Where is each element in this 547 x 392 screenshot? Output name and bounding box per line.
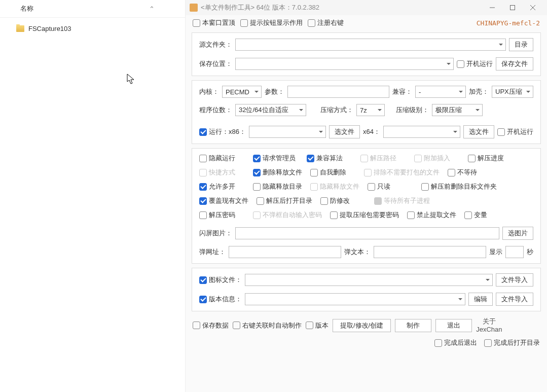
open-after-extract-checkbox[interactable]: 解压后打开目录 <box>257 196 312 205</box>
seconds-label: 秒 <box>527 247 533 257</box>
bottom-bar: 保存数据 右键关联时自动制作 版本 提取/修改/创建 制作 退出 关于 JexC… <box>186 313 547 337</box>
badge-text: CHINAPYG-mefcl-2 <box>477 19 540 27</box>
top-options: 本窗口置顶 提示按钮显示作用 注册右键 CHINAPYG-mefcl-2 <box>186 15 547 30</box>
button-hint-checkbox[interactable]: 提示按钮显示作用 <box>240 18 303 27</box>
config-panel: 内核： PECMD 参数： 兼容： - 加壳： UPX压缩 程序位数： 32位/… <box>192 80 541 144</box>
text-label: 弹文本： <box>344 247 371 257</box>
bits-combo[interactable]: 32位/64位自适应 <box>235 104 306 116</box>
no-wait-checkbox[interactable]: 不等待 <box>448 168 493 177</box>
source-folder-label: 源文件夹： <box>199 40 232 49</box>
window-top-checkbox[interactable]: 本窗口置顶 <box>193 18 235 27</box>
directory-button[interactable]: 目录 <box>509 38 533 51</box>
extract-progress-checkbox[interactable]: 解压进度 <box>468 154 514 163</box>
icon-import-button[interactable]: 文件导入 <box>496 273 533 287</box>
no-auto-pwd-checkbox: 不弹框自动输入密码 <box>253 210 322 220</box>
kernel-combo[interactable]: PECMD <box>222 86 262 98</box>
titlebar: <单文件制作工具> 64位 版本：7.0.2.382 <box>186 0 547 15</box>
icon-file-combo[interactable] <box>245 274 493 286</box>
splash-input[interactable] <box>235 227 499 239</box>
req-admin-checkbox[interactable]: 请求管理员 <box>253 154 299 163</box>
compat-label: 兼容： <box>392 87 412 96</box>
exit-button[interactable]: 退出 <box>435 319 472 332</box>
resources-panel: 图标文件： 文件导入 版本信息： 编辑 文件导入 <box>192 268 541 311</box>
x86-combo[interactable] <box>249 126 326 138</box>
app-window: <单文件制作工具> 64位 版本：7.0.2.382 本窗口置顶 提示按钮显示作… <box>186 0 547 392</box>
hide-rel-file-checkbox: 隐藏释放文件 <box>310 182 359 191</box>
file-list: FSCapture103 <box>0 18 185 34</box>
show-label: 显示 <box>489 247 502 257</box>
file-explorer-panel: 名称 ⌃ FSCapture103 <box>0 0 186 392</box>
params-input[interactable] <box>287 86 389 98</box>
extract-button[interactable]: 提取/修改/创建 <box>333 319 391 332</box>
extract-path-checkbox: 解压路径 <box>360 154 406 163</box>
select-image-button[interactable]: 选图片 <box>502 227 533 240</box>
version-info-checkbox[interactable]: 版本信息： <box>199 295 242 304</box>
exclude-pack-checkbox: 排除不需要打包的文件 <box>364 168 440 177</box>
column-header-row: 名称 ⌃ <box>0 0 185 18</box>
pack-combo[interactable]: UPX压缩 <box>492 86 533 98</box>
del-before-checkbox[interactable]: 解压前删除目标文件夹 <box>421 182 497 191</box>
version-checkbox[interactable]: 版本 <box>306 321 329 330</box>
column-name[interactable]: 名称 <box>20 4 149 13</box>
x64-combo[interactable] <box>383 126 460 138</box>
window-title: <单文件制作工具> 64位 版本：7.0.2.382 <box>201 3 482 12</box>
version-info-combo[interactable] <box>245 293 465 305</box>
params-label: 参数： <box>265 87 284 96</box>
compat-combo[interactable]: - <box>415 86 466 98</box>
overwrite-checkbox[interactable]: 覆盖现有文件 <box>199 196 248 205</box>
save-location-combo[interactable] <box>235 58 454 70</box>
close-button[interactable] <box>523 2 543 13</box>
need-pwd-checkbox[interactable]: 提取压缩包需要密码 <box>330 210 399 220</box>
sort-indicator-icon: ⌃ <box>149 5 155 13</box>
app-icon <box>190 4 198 12</box>
seconds-input[interactable] <box>505 246 524 258</box>
source-folder-combo[interactable] <box>235 39 506 51</box>
splash-label: 闪屏图片： <box>199 229 232 238</box>
right-click-auto-checkbox[interactable]: 右键关联时自动制作 <box>233 321 302 330</box>
autorun-checkbox[interactable]: 开机运行 <box>457 59 493 68</box>
exit-after-checkbox[interactable]: 完成后退出 <box>434 338 477 347</box>
register-ext-checkbox[interactable]: 注册右键 <box>308 18 344 27</box>
folder-name: FSCapture103 <box>28 25 71 32</box>
wait-children-checkbox: 等待所有子进程 <box>374 196 430 205</box>
zip-level-label: 压缩级别： <box>396 105 429 115</box>
anti-modify-checkbox[interactable]: 防修改 <box>320 196 366 205</box>
variable-checkbox[interactable]: 变量 <box>464 210 510 220</box>
allow-multi-checkbox[interactable]: 允许多开 <box>199 182 245 191</box>
minimize-button[interactable] <box>482 2 502 13</box>
select-file-x64-button[interactable]: 选文件 <box>463 125 494 138</box>
save-location-label: 保存位置： <box>199 59 232 68</box>
make-button[interactable]: 制作 <box>395 319 431 332</box>
save-file-button[interactable]: 保存文件 <box>496 57 533 70</box>
del-release-checkbox[interactable]: 删除释放文件 <box>253 168 302 177</box>
self-delete-checkbox[interactable]: 自我删除 <box>310 168 356 177</box>
zip-level-combo[interactable]: 极限压缩 <box>432 104 483 116</box>
edit-button[interactable]: 编辑 <box>468 293 493 306</box>
select-file-x86-button[interactable]: 选文件 <box>329 125 360 138</box>
url-input[interactable] <box>229 246 341 258</box>
hide-rel-dir-checkbox[interactable]: 隐藏释放目录 <box>253 182 302 191</box>
save-data-checkbox[interactable]: 保存数据 <box>193 321 229 330</box>
zip-combo[interactable]: 7z <box>356 104 385 116</box>
compat-algo-checkbox[interactable]: 兼容算法 <box>307 154 352 163</box>
forbid-extract-checkbox[interactable]: 禁止提取文件 <box>407 210 456 220</box>
hide-run-checkbox[interactable]: 隐藏运行 <box>199 154 245 163</box>
version-import-button[interactable]: 文件导入 <box>496 293 533 306</box>
readonly-checkbox[interactable]: 只读 <box>368 182 413 191</box>
about-link[interactable]: 关于 JexChan <box>476 317 502 333</box>
bits-label: 程序位数： <box>199 105 232 115</box>
icon-file-checkbox[interactable]: 图标文件： <box>199 275 242 284</box>
kernel-label: 内核： <box>199 87 219 96</box>
cursor-icon <box>127 74 136 85</box>
options-panel: 隐藏运行 请求管理员 兼容算法 解压路径 附加插入 解压进度 快捷方式 删除释放… <box>192 148 541 264</box>
extract-pwd-checkbox[interactable]: 解压密码 <box>199 210 245 220</box>
autorun2-checkbox[interactable]: 开机运行 <box>497 127 533 136</box>
list-item[interactable]: FSCapture103 <box>16 23 185 34</box>
open-after-checkbox[interactable]: 完成后打开目录 <box>484 338 540 347</box>
shortcut-checkbox: 快捷方式 <box>199 168 245 177</box>
run-x86-checkbox[interactable]: 运行：x86： <box>199 127 246 136</box>
svg-rect-1 <box>510 6 515 10</box>
popup-text-input[interactable] <box>374 246 486 258</box>
maximize-button[interactable] <box>502 2 523 13</box>
folder-icon <box>16 25 24 32</box>
